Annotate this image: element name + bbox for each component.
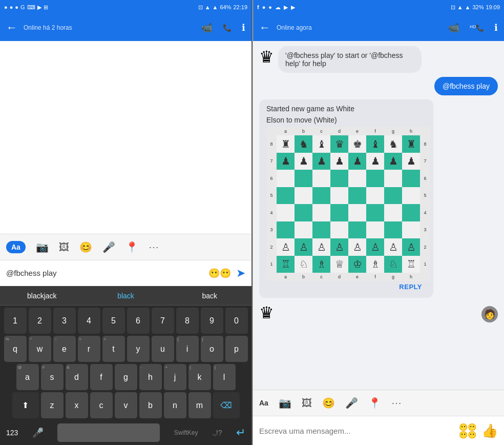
board-cell[interactable]	[384, 170, 402, 187]
space-key[interactable]	[57, 423, 160, 442]
board-cell[interactable]	[277, 187, 295, 205]
board-cell[interactable]: ♔	[348, 256, 366, 273]
board-cell[interactable]: ♙	[384, 238, 402, 256]
board-cell[interactable]: ♟	[402, 153, 420, 170]
key-x[interactable]: x	[66, 392, 88, 418]
reply-button[interactable]: REPLY	[399, 283, 422, 291]
key-n[interactable]: n	[164, 392, 186, 418]
camera-button-right[interactable]: 📷	[279, 397, 291, 409]
board-cell[interactable]	[402, 170, 420, 187]
key-t[interactable]: >t	[102, 336, 125, 362]
punct-key[interactable]: .,!?	[212, 429, 222, 437]
voice-call-button-left[interactable]: 📞	[223, 24, 232, 32]
board-cell[interactable]	[295, 187, 312, 205]
back-button-right[interactable]: ←	[259, 21, 270, 34]
send-button-left[interactable]: ➤	[236, 267, 245, 280]
key-b[interactable]: b	[139, 392, 162, 418]
board-cell[interactable]	[402, 204, 420, 221]
key-g[interactable]: g	[115, 364, 137, 390]
board-cell[interactable]: ♟	[295, 153, 312, 170]
board-cell[interactable]	[277, 170, 295, 187]
key-w[interactable]: ^w	[29, 336, 51, 362]
num-key[interactable]: 123	[6, 429, 18, 437]
like-button-right[interactable]: 👍	[481, 423, 498, 439]
board-cell[interactable]: ♙	[277, 238, 295, 256]
board-cell[interactable]	[312, 187, 330, 205]
key-8[interactable]: 8	[176, 308, 199, 334]
key-z[interactable]: z	[41, 392, 64, 418]
key-s[interactable]: #s	[41, 364, 64, 390]
board-cell[interactable]	[277, 221, 295, 239]
board-cell[interactable]: ♙	[312, 238, 330, 256]
board-cell[interactable]: ♟	[384, 153, 402, 170]
key-c[interactable]: c	[90, 392, 113, 418]
video-call-button-right[interactable]: 📹	[448, 22, 459, 33]
suggestion-black[interactable]: black	[84, 292, 168, 300]
board-cell[interactable]: ♙	[295, 238, 312, 256]
board-cell[interactable]: ♟	[330, 153, 348, 170]
suggestion-back[interactable]: back	[167, 292, 251, 300]
board-cell[interactable]	[330, 204, 348, 221]
enter-key[interactable]: ↵	[236, 426, 245, 439]
key-h[interactable]: -h	[139, 364, 162, 390]
board-cell[interactable]	[402, 221, 420, 239]
board-cell[interactable]	[402, 187, 420, 205]
aa-button-right[interactable]: Aa	[259, 399, 268, 407]
key-r[interactable]: <r	[78, 336, 100, 362]
info-button-left[interactable]: ℹ	[242, 22, 245, 33]
board-cell[interactable]: ♙	[366, 238, 384, 256]
board-cell[interactable]: ♗	[366, 256, 384, 273]
key-a[interactable]: @a	[16, 364, 39, 390]
board-cell[interactable]	[330, 187, 348, 205]
video-call-button-left[interactable]: 📹	[201, 22, 213, 33]
key-7[interactable]: 7	[152, 308, 174, 334]
board-cell[interactable]: ♝	[312, 135, 330, 153]
board-cell[interactable]	[295, 170, 312, 187]
board-cell[interactable]: ♝	[366, 135, 384, 153]
board-cell[interactable]: ♞	[295, 135, 312, 153]
board-cell[interactable]	[330, 221, 348, 239]
key-d[interactable]: &d	[66, 364, 88, 390]
board-cell[interactable]	[312, 204, 330, 221]
board-cell[interactable]: ♚	[348, 135, 366, 153]
board-cell[interactable]: ♙	[348, 238, 366, 256]
board-cell[interactable]: ♜	[402, 135, 420, 153]
key-o[interactable]: ]o	[201, 336, 223, 362]
key-k[interactable]: (k	[188, 364, 211, 390]
board-cell[interactable]: ♙	[402, 238, 420, 256]
board-cell[interactable]: ♙	[330, 238, 348, 256]
key-j[interactable]: +j	[164, 364, 186, 390]
board-cell[interactable]	[384, 221, 402, 239]
mic-button-right[interactable]: 🎤	[345, 397, 358, 409]
location-button-left[interactable]: 📍	[125, 241, 138, 253]
board-cell[interactable]	[330, 170, 348, 187]
emoji-button-left[interactable]: 😊	[79, 241, 92, 253]
image-button-left[interactable]: 🖼	[59, 241, 69, 253]
back-button-left[interactable]: ←	[6, 21, 17, 34]
key-2[interactable]: 2	[29, 308, 51, 334]
key-6[interactable]: 6	[127, 308, 150, 334]
more-button-left[interactable]: ⋯	[149, 241, 159, 253]
board-cell[interactable]: ♟	[348, 153, 366, 170]
emoji-button-right[interactable]: 😊	[322, 397, 335, 409]
key-q[interactable]: %q	[4, 336, 27, 362]
key-l[interactable]: )l	[213, 364, 236, 390]
board-cell[interactable]	[277, 204, 295, 221]
board-cell[interactable]: ♕	[330, 256, 348, 273]
more-button-right[interactable]: ⋯	[391, 397, 402, 409]
board-cell[interactable]: ♟	[312, 153, 330, 170]
board-cell[interactable]: ♞	[384, 135, 402, 153]
mic-key[interactable]: 🎤	[32, 427, 44, 438]
board-cell[interactable]: ♛	[330, 135, 348, 153]
board-cell[interactable]: ♟	[366, 153, 384, 170]
board-cell[interactable]	[366, 170, 384, 187]
board-cell[interactable]	[366, 187, 384, 205]
key-0[interactable]: 0	[225, 308, 248, 334]
board-cell[interactable]	[348, 187, 366, 205]
board-cell[interactable]	[312, 170, 330, 187]
board-cell[interactable]	[366, 204, 384, 221]
key-u[interactable]: u	[152, 336, 174, 362]
key-p[interactable]: p	[225, 336, 248, 362]
message-input-left[interactable]	[6, 269, 203, 277]
board-cell[interactable]: ♘	[295, 256, 312, 273]
